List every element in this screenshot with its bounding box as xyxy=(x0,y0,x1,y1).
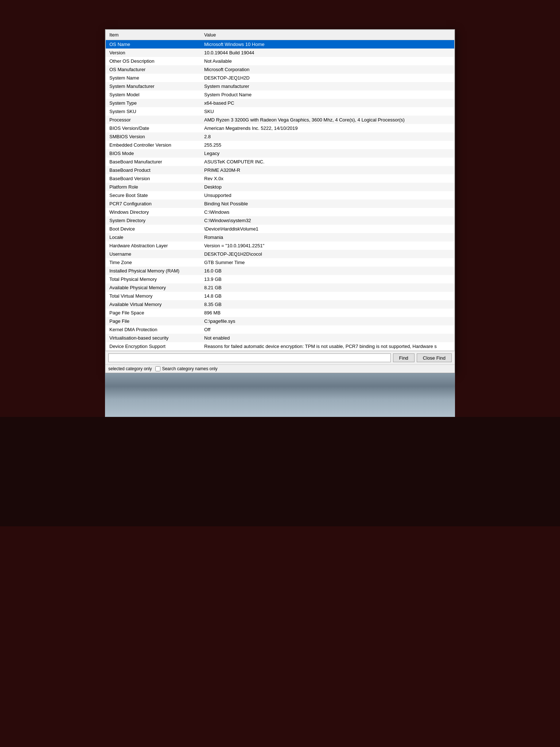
cell-value: SKU xyxy=(201,107,454,116)
table-row[interactable]: Available Physical Memory8.21 GB xyxy=(106,283,454,292)
cell-item: OS Name xyxy=(106,40,201,49)
cell-item: Virtualisation-based security xyxy=(106,334,201,342)
cell-item: Boot Device xyxy=(106,225,201,233)
table-row[interactable]: Page FileC:\pagefile.sys xyxy=(106,317,454,325)
bottom-photo xyxy=(105,373,455,417)
table-row[interactable]: System DirectoryC:\Windows\system32 xyxy=(106,216,454,225)
table-row[interactable]: System ManufacturerSystem manufacturer xyxy=(106,82,454,90)
cell-item: System Name xyxy=(106,74,201,82)
cell-value: C:\Windows\system32 xyxy=(201,216,454,225)
table-row[interactable]: Embedded Controller Version255.255 xyxy=(106,141,454,149)
cell-value: Microsoft Corporation xyxy=(201,65,454,74)
table-row[interactable]: ProcessorAMD Ryzen 3 3200G with Radeon V… xyxy=(106,116,454,124)
table-row[interactable]: System Typex64-based PC xyxy=(106,99,454,107)
search-category-checkbox[interactable] xyxy=(155,366,160,371)
search-category-label: Search category names only xyxy=(162,366,217,371)
table-row[interactable]: Total Virtual Memory14.8 GB xyxy=(106,292,454,300)
table-row[interactable]: System SKUSKU xyxy=(106,107,454,116)
table-row[interactable]: BIOS ModeLegacy xyxy=(106,149,454,158)
table-row[interactable]: Kernel DMA ProtectionOff xyxy=(106,325,454,334)
cell-item: BIOS Version/Date xyxy=(106,124,201,132)
cell-value: Legacy xyxy=(201,149,454,158)
cell-value: GTB Summer Time xyxy=(201,258,454,267)
close-find-button[interactable]: Close Find xyxy=(417,353,452,362)
cell-item: Processor xyxy=(106,116,201,124)
cell-value: 13.9 GB xyxy=(201,275,454,283)
table-row[interactable]: Virtualisation-based securityNot enabled xyxy=(106,334,454,342)
cell-item: System Type xyxy=(106,99,201,107)
table-row[interactable]: Page File Space896 MB xyxy=(106,309,454,317)
cell-item: Page File Space xyxy=(106,309,201,317)
table-row[interactable]: BaseBoard VersionRev X.0x xyxy=(106,174,454,183)
cell-item: PCR7 Configuration xyxy=(106,200,201,208)
cell-item: BIOS Mode xyxy=(106,149,201,158)
info-table: Item Value OS NameMicrosoft Windows 10 H… xyxy=(106,30,454,351)
table-row[interactable]: Windows DirectoryC:\Windows xyxy=(106,208,454,216)
cell-value: 16.0 GB xyxy=(201,267,454,275)
cell-item: Username xyxy=(106,250,201,258)
cell-value: 8.21 GB xyxy=(201,283,454,292)
dark-bottom xyxy=(0,417,560,526)
cell-item: BaseBoard Product xyxy=(106,166,201,174)
cell-value: Binding Not Possible xyxy=(201,200,454,208)
cell-value: Version = "10.0.19041.2251" xyxy=(201,241,454,250)
table-row[interactable]: BaseBoard ManufacturerASUSTeK COMPUTER I… xyxy=(106,158,454,166)
cell-item: Windows Directory xyxy=(106,208,201,216)
cell-value: 8.35 GB xyxy=(201,300,454,309)
cell-item: Other OS Description xyxy=(106,57,201,65)
table-row[interactable]: BaseBoard ProductPRIME A320M-R xyxy=(106,166,454,174)
table-row[interactable]: System NameDESKTOP-JEQ1H2D xyxy=(106,74,454,82)
find-input[interactable] xyxy=(108,353,391,362)
table-row[interactable]: OS NameMicrosoft Windows 10 Home xyxy=(106,40,454,49)
header-value: Value xyxy=(201,30,454,40)
cell-item: SMBIOS Version xyxy=(106,132,201,141)
table-row[interactable]: Total Physical Memory13.9 GB xyxy=(106,275,454,283)
cell-item: Available Physical Memory xyxy=(106,283,201,292)
cell-value: C:\Windows xyxy=(201,208,454,216)
table-row[interactable]: LocaleRomania xyxy=(106,233,454,241)
table-row[interactable]: SMBIOS Version2.8 xyxy=(106,132,454,141)
cell-value: C:\pagefile.sys xyxy=(201,317,454,325)
cell-item: Device Encryption Support xyxy=(106,342,201,351)
cell-item: Kernel DMA Protection xyxy=(106,325,201,334)
cell-value: System manufacturer xyxy=(201,82,454,90)
cell-value: 14.8 GB xyxy=(201,292,454,300)
cell-value: x64-based PC xyxy=(201,99,454,107)
table-row[interactable]: System ModelSystem Product Name xyxy=(106,90,454,99)
cell-value: Desktop xyxy=(201,183,454,191)
table-row[interactable]: UsernameDESKTOP-JEQ1H2D\cocol xyxy=(106,250,454,258)
screen-container: Item Value OS NameMicrosoft Windows 10 H… xyxy=(0,0,560,747)
table-row[interactable]: Platform RoleDesktop xyxy=(106,183,454,191)
find-button[interactable]: Find xyxy=(393,353,415,362)
table-row[interactable]: Version10.0.19044 Build 19044 xyxy=(106,49,454,57)
cell-item: Available Virtual Memory xyxy=(106,300,201,309)
table-row[interactable]: BIOS Version/DateAmerican Megatrends Inc… xyxy=(106,124,454,132)
cell-item: Platform Role xyxy=(106,183,201,191)
table-row[interactable]: Device Encryption SupportReasons for fai… xyxy=(106,342,454,351)
table-row[interactable]: Available Virtual Memory8.35 GB xyxy=(106,300,454,309)
cell-value: Romania xyxy=(201,233,454,241)
cell-item: Time Zone xyxy=(106,258,201,267)
cell-item: OS Manufacturer xyxy=(106,65,201,74)
search-category-checkbox-area: Search category names only xyxy=(155,366,217,371)
cell-value: DESKTOP-JEQ1H2D xyxy=(201,74,454,82)
cell-item: System Directory xyxy=(106,216,201,225)
cell-value: 255.255 xyxy=(201,141,454,149)
table-row[interactable]: Boot Device\Device\HarddiskVolume1 xyxy=(106,225,454,233)
table-row[interactable]: Hardware Abstraction LayerVersion = "10.… xyxy=(106,241,454,250)
table-row[interactable]: OS ManufacturerMicrosoft Corporation xyxy=(106,65,454,74)
table-row[interactable]: PCR7 ConfigurationBinding Not Possible xyxy=(106,200,454,208)
cell-value: DESKTOP-JEQ1H2D\cocol xyxy=(201,250,454,258)
table-row[interactable]: Installed Physical Memory (RAM)16.0 GB xyxy=(106,267,454,275)
cell-value: Reasons for failed automatic device encr… xyxy=(201,342,454,351)
cell-value: ASUSTeK COMPUTER INC. xyxy=(201,158,454,166)
cell-item: Total Virtual Memory xyxy=(106,292,201,300)
cell-item: System Model xyxy=(106,90,201,99)
cell-value: 896 MB xyxy=(201,309,454,317)
table-row[interactable]: Secure Boot StateUnsupported xyxy=(106,191,454,200)
table-header: Item Value xyxy=(106,30,454,40)
table-row[interactable]: Other OS DescriptionNot Available xyxy=(106,57,454,65)
cell-item: BaseBoard Manufacturer xyxy=(106,158,201,166)
table-row[interactable]: Time ZoneGTB Summer Time xyxy=(106,258,454,267)
cell-value: Off xyxy=(201,325,454,334)
